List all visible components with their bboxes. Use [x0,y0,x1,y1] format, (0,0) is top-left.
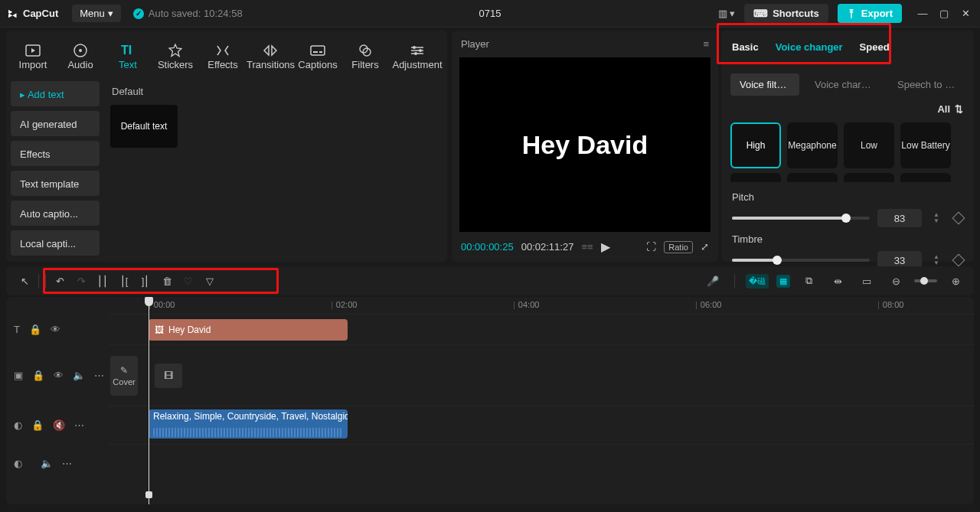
player-title: Player [461,38,489,50]
export-button[interactable]: ⭱ Export [838,4,902,23]
pointer-tool-icon[interactable]: ↖ [14,270,35,292]
split-right-icon[interactable]: ]⎮ [135,270,156,292]
timbre-slider[interactable] [732,259,870,262]
inspector-tab-speed[interactable]: Speed [860,41,890,53]
keyframe-icon[interactable] [952,212,965,225]
preset-low-battery[interactable]: Low Battery [900,122,951,168]
timbre-stepper[interactable]: ▲▼ [933,254,940,266]
subtab-voice-characters[interactable]: Voice charact... [805,73,882,96]
mute-icon[interactable]: 🔈 [73,370,85,381]
subtab-speech-to-song[interactable]: Speech to so... [888,73,965,96]
minimize-icon[interactable]: — [917,8,928,19]
scan-icon[interactable]: ⛶ [646,241,656,253]
more-icon[interactable]: ⋯ [62,458,72,469]
close-icon[interactable]: ✕ [960,8,971,19]
timeline-toolbar: ↖ ↶ ↷ ⎮⎮ ⎮[ ]⎮ 🗑 ♡ ▽ 🎤 �磁 ▦ ⧉ ⇹ ▭ ⊖ ⊕ [6,266,974,295]
more-icon[interactable]: ⋯ [74,419,84,431]
preview-icon[interactable]: ▭ [856,270,877,292]
zoom-out-icon[interactable]: ⊖ [885,270,906,292]
menu-button[interactable]: Menu ▾ [72,5,121,22]
list-view-icon[interactable]: ≡≡ [581,241,593,253]
more-icon[interactable]: ⋯ [94,370,104,381]
sidebar-item-ai-generated[interactable]: AI generated [11,111,100,136]
layout-icon[interactable]: ▥ ▾ [718,8,736,19]
tab-import[interactable]: Import [9,42,57,75]
delete-icon[interactable]: 🗑 [156,270,178,292]
fullscreen-icon[interactable]: ⤢ [701,241,709,253]
split-left-icon[interactable]: ⎮[ [113,270,135,292]
shortcuts-button[interactable]: ⌨ Shortcuts [744,4,828,23]
mic-icon[interactable]: 🎤 [702,270,724,292]
sidebar-item-auto-captions[interactable]: Auto captio... [11,201,100,226]
film-icon: 🎞 [164,370,173,381]
undo-icon[interactable]: ↶ [49,270,70,292]
mute-active-icon[interactable]: 🔇 [53,419,65,431]
text-preset-default[interactable]: Default text [110,105,178,148]
preset-low[interactable]: Low [844,122,894,168]
cover-button[interactable]: ✎ Cover [110,356,138,396]
svg-text:TI: TI [121,44,132,57]
voice-presets: High Megaphone Low Low Battery [721,118,974,173]
pitch-slider[interactable] [732,217,870,220]
eye-icon[interactable]: 👁 [54,370,64,381]
pitch-stepper[interactable]: ▲▼ [933,212,940,224]
clip-audio[interactable]: Relaxing, Simple, Countryside, Travel, N… [149,409,348,439]
canvas-text-overlay: Hey David [522,130,648,160]
inspector-tab-basic[interactable]: Basic [732,41,759,53]
ratio-button[interactable]: Ratio [664,241,693,253]
clip-text[interactable]: 🖼 Hey David [149,319,348,341]
magnet-icon[interactable]: �磁 [746,274,769,289]
mute-icon[interactable]: 🔈 [41,458,53,469]
captions-icon [310,44,325,57]
library-panel: Import Audio TIText Stickers Effects Tra… [6,31,447,262]
all-filter-label[interactable]: All [937,103,950,115]
link-icon[interactable]: ⧉ [798,270,819,292]
lock-icon[interactable]: 🔒 [29,324,41,335]
lock-icon[interactable]: 🔒 [32,370,44,381]
maximize-icon[interactable]: ▢ [939,8,949,19]
tab-audio[interactable]: Audio [57,42,104,75]
video-placeholder[interactable]: 🎞 [155,364,182,388]
tab-adjustment[interactable]: Adjustment [389,42,446,75]
tab-text[interactable]: TIText [104,42,152,75]
project-title[interactable]: 0715 [479,8,501,19]
play-icon[interactable]: ▶ [601,240,610,254]
track-audio-2: ◐ 🔈 ⋯ [6,444,974,482]
preset-megaphone[interactable]: Megaphone [787,122,838,168]
sidebar-item-text-template[interactable]: Text template [11,171,100,196]
filter-icon[interactable]: ⇅ [955,103,963,115]
hamburger-icon[interactable]: ≡ [703,38,709,50]
keyboard-icon: ⌨ [753,8,768,19]
sidebar-item-effects[interactable]: Effects [11,141,100,166]
favorite-icon[interactable]: ♡ [178,270,199,292]
tab-filters[interactable]: Filters [341,42,389,75]
preset-high[interactable]: High [730,122,781,168]
playhead[interactable] [149,297,149,504]
snap-icon[interactable]: ▦ [776,275,790,288]
tab-effects[interactable]: Effects [199,42,247,75]
zoom-in-icon[interactable]: ⊕ [945,270,966,292]
align-icon[interactable]: ⇹ [827,270,848,292]
tab-stickers[interactable]: Stickers [152,42,199,75]
sidebar-item-add-text[interactable]: Add text [11,81,100,106]
split-icon[interactable]: ⎮⎮ [92,270,113,292]
tab-captions[interactable]: Captions [294,42,341,75]
check-icon: ✓ [133,8,144,19]
keyframe-icon[interactable] [952,254,965,267]
eye-icon[interactable]: 👁 [51,324,60,335]
inspector-tab-voice-changer[interactable]: Voice changer [776,41,843,53]
tab-transitions[interactable]: Transitions [247,42,294,75]
redo-icon[interactable]: ↷ [70,270,92,292]
pitch-value[interactable]: 83 [877,209,922,227]
player-canvas[interactable]: Hey David [459,57,710,232]
library-tabs: Import Audio TIText Stickers Effects Tra… [6,31,447,75]
timeline-panel: 00:00 02:00 04:00 06:00 08:00 T 🔒 👁 🖼 He… [6,297,974,504]
subtab-voice-filters[interactable]: Voice filters [730,73,799,96]
sidebar-item-local-captions[interactable]: Local capti... [11,230,100,256]
pitch-label: Pitch [732,191,775,203]
timeline-ruler[interactable]: 00:00 02:00 04:00 06:00 08:00 [109,297,974,314]
marker-icon[interactable]: ▽ [199,270,220,292]
audio-track-icon: ◐ [14,458,22,469]
lock-icon[interactable]: 🔒 [31,419,44,431]
zoom-slider[interactable] [914,279,937,282]
